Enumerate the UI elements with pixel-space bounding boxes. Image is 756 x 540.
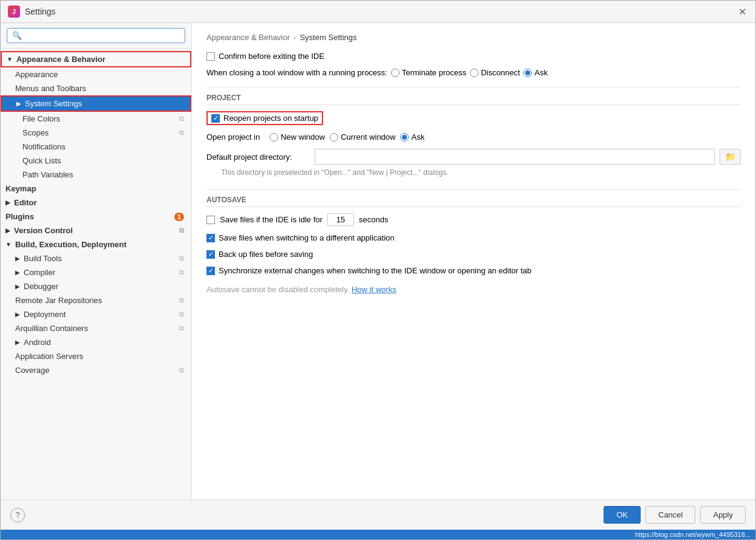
dialog-title: Settings [25,7,56,16]
sidebar-item-label: Build Tools [24,254,62,263]
disconnect-option[interactable]: Disconnect [470,68,520,77]
backup-checkbox[interactable] [206,250,215,259]
expand-arrow: ▶ [15,255,20,262]
autosave-section-label: Autosave [206,196,741,207]
default-dir-row: Default project directory: 📁 [206,149,741,165]
copy-icon: ⧉ [179,268,184,276]
current-window-option[interactable]: Current window [330,132,395,142]
save-idle-seconds-input[interactable] [327,213,354,226]
sidebar-item-compiler[interactable]: ▶ Compiler ⧉ [1,265,191,279]
sidebar-item-android[interactable]: ▶ Android [1,335,191,349]
sidebar-item-label: Version Control [14,226,73,235]
sidebar-item-coverage[interactable]: Coverage ⧉ [1,363,191,377]
current-window-radio[interactable] [330,133,338,142]
project-section-label: Project [206,94,741,105]
confirm-exit-checkbox[interactable] [206,52,215,61]
sidebar-item-label: Appearance & Behavior [16,55,106,64]
expand-arrow: ▶ [15,269,20,276]
sidebar-item-scopes[interactable]: Scopes ⧉ [1,126,191,140]
sidebar-item-label: System Settings [25,99,82,108]
sidebar-item-label: Android [24,338,51,347]
sync-label[interactable]: Synchronize external changes when switch… [206,266,531,275]
breadcrumb-parent: Appearance & Behavior [206,33,290,42]
sidebar-tree: ▼ Appearance & Behavior Appearance Menus… [1,49,191,499]
new-window-label: New window [281,132,325,142]
sidebar-item-plugins[interactable]: Plugins 1 [1,210,191,224]
sidebar-item-label: File Colors [22,114,60,123]
save-switch-checkbox[interactable] [206,234,215,242]
save-idle-label[interactable] [206,216,215,224]
sync-checkbox[interactable] [206,267,215,275]
new-window-radio[interactable] [270,133,278,142]
main-panel: Appearance & Behavior › System Settings … [192,23,755,499]
sidebar-item-label: Menus and Toolbars [15,84,86,93]
sidebar-item-version-control[interactable]: ▶ Version Control ⧉ [1,224,191,238]
ask-label: Ask [534,68,548,77]
ask-option[interactable]: Ask [523,68,548,77]
expand-arrow: ▶ [15,283,20,290]
expand-arrow: ▶ [5,199,10,206]
reopen-projects-row: Reopen projects on startup [206,111,741,125]
save-idle-unit: seconds [359,215,388,224]
sidebar-item-remote-jar[interactable]: Remote Jar Repositories ⧉ [1,293,191,307]
sidebar-item-debugger[interactable]: ▶ Debugger [1,279,191,293]
sync-row: Synchronize external changes when switch… [206,266,741,275]
backup-row: Back up files before saving [206,250,741,259]
save-switch-row: Save files when switching to a different… [206,233,741,242]
backup-text: Back up files before saving [219,250,313,259]
sidebar-item-menus-toolbars[interactable]: Menus and Toolbars [1,81,191,95]
terminate-radio[interactable] [391,69,400,77]
sidebar-item-label: Quick Lists [22,156,61,165]
default-dir-input[interactable] [315,149,715,165]
ask-open-option[interactable]: Ask [400,132,424,142]
sidebar-item-app-servers[interactable]: Application Servers [1,349,191,363]
backup-label[interactable]: Back up files before saving [206,250,313,259]
reopen-label[interactable]: Reopen projects on startup [206,111,323,125]
copy-icon: ⧉ [179,366,184,374]
save-switch-label[interactable]: Save files when switching to a different… [206,233,395,242]
new-window-option[interactable]: New window [270,132,325,142]
sidebar-item-build-execution[interactable]: ▼ Build, Execution, Deployment [1,238,191,251]
sidebar-item-keymap[interactable]: Keymap [1,182,191,196]
current-window-label: Current window [341,132,395,142]
sidebar-item-appearance[interactable]: Appearance [1,67,191,81]
search-input[interactable] [7,28,185,43]
sidebar-item-notifications[interactable]: Notifications [1,140,191,154]
confirm-exit-label[interactable]: Confirm before exiting the IDE [206,52,324,61]
copy-icon: ⧉ [179,115,184,123]
sidebar-item-appearance-behavior[interactable]: ▼ Appearance & Behavior [1,51,191,67]
expand-arrow: ▶ [15,339,20,346]
ask-radio[interactable] [523,69,532,77]
copy-icon: ⧉ [179,227,184,234]
terminate-option[interactable]: Terminate process [391,68,466,77]
sidebar-item-build-tools[interactable]: ▶ Build Tools ⧉ [1,251,191,265]
sidebar-item-editor[interactable]: ▶ Editor [1,196,191,210]
sidebar-item-deployment[interactable]: ▶ Deployment ⧉ [1,307,191,321]
apply-button[interactable]: Apply [700,506,746,524]
confirm-exit-row: Confirm before exiting the IDE [206,52,741,61]
reopen-checkbox[interactable] [211,114,220,123]
breadcrumb-separator: › [293,33,296,42]
sidebar-item-file-colors[interactable]: File Colors ⧉ [1,112,191,126]
title-bar: J Settings ✕ [1,1,755,23]
help-button[interactable]: ? [10,508,25,522]
sidebar-item-arquillian[interactable]: Arquillian Containers ⧉ [1,321,191,335]
sidebar: ▼ Appearance & Behavior Appearance Menus… [1,23,192,499]
ok-button[interactable]: OK [604,506,641,524]
sidebar-item-label: Scopes [22,128,49,137]
expand-arrow: ▼ [5,241,12,248]
sidebar-item-label: Compiler [24,268,55,277]
status-url: https://blog.csdn.net/wywm_4495318... [635,531,751,538]
sidebar-item-quick-lists[interactable]: Quick Lists [1,154,191,168]
cancel-button[interactable]: Cancel [645,506,695,524]
disconnect-radio[interactable] [470,69,478,77]
ask-open-radio[interactable] [400,133,409,142]
browse-dir-button[interactable]: 📁 [720,149,741,165]
sidebar-item-system-settings[interactable]: ▶ System Settings [1,95,191,112]
sidebar-item-path-variables[interactable]: Path Variables [1,168,191,182]
how-it-works-link[interactable]: How it works [352,285,397,294]
running-process-label: When closing a tool window with a runnin… [206,68,387,77]
close-button[interactable]: ✕ [736,5,748,18]
save-idle-checkbox[interactable] [206,216,215,224]
open-project-label: Open project in [206,132,260,142]
